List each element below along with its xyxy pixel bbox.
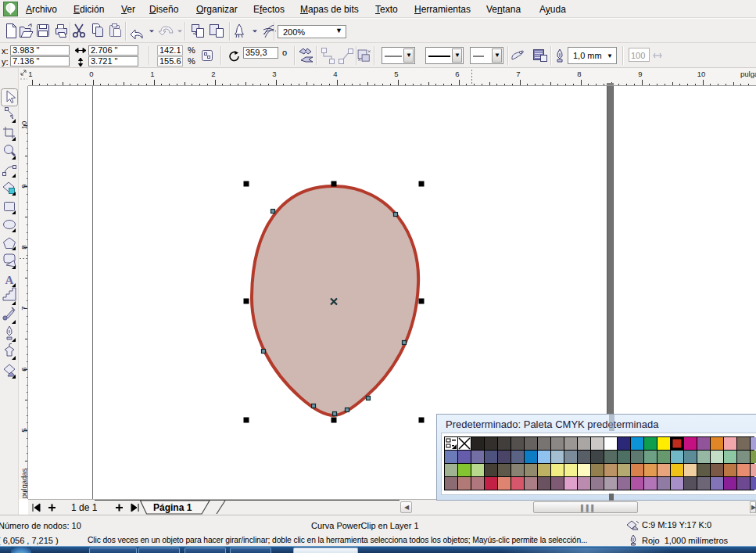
svg-text:8: 8 <box>20 245 28 249</box>
svg-text:6: 6 <box>455 70 459 78</box>
svg-text:7: 7 <box>20 306 28 310</box>
svg-text:7: 7 <box>516 70 520 78</box>
svg-text:2: 2 <box>211 70 215 78</box>
svg-text:10: 10 <box>697 70 706 78</box>
svg-text:5: 5 <box>394 70 398 78</box>
svg-text:0: 0 <box>89 70 93 78</box>
svg-text:9: 9 <box>20 184 28 188</box>
svg-text:3: 3 <box>272 70 276 78</box>
svg-text:6: 6 <box>20 367 28 371</box>
svg-text:5: 5 <box>20 428 28 432</box>
svg-text:4: 4 <box>333 70 337 78</box>
svg-text:8: 8 <box>577 70 581 78</box>
svg-text:1: 1 <box>150 70 154 78</box>
svg-text:9: 9 <box>638 70 642 78</box>
svg-text:10: 10 <box>20 121 28 130</box>
svg-text:A: A <box>5 274 14 286</box>
svg-text:pulgadas: pulgadas <box>20 468 28 498</box>
svg-text:1: 1 <box>28 70 32 78</box>
svg-text:pulgadas: pulgadas <box>740 70 756 78</box>
